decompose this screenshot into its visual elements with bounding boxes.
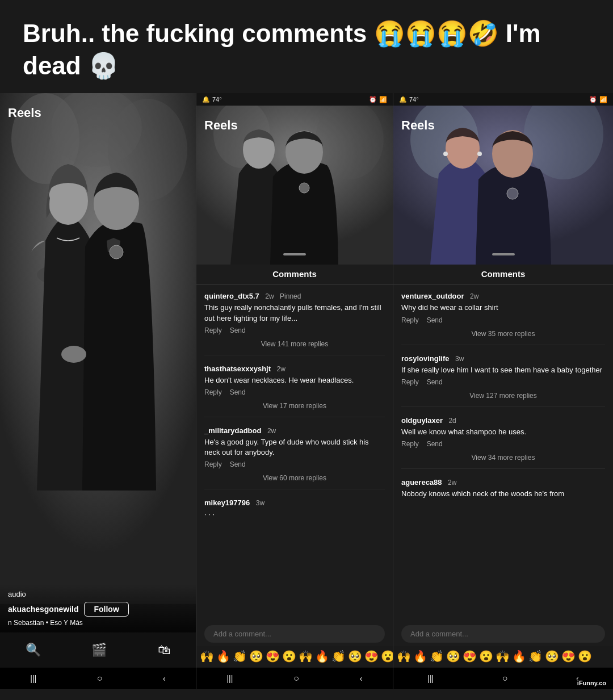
- p3-emoji-wow-2[interactable]: 😮: [578, 649, 592, 663]
- comment3-text: He's a good guy. Type of dude who would …: [204, 437, 385, 458]
- comment2-text: He don't wear necklaces. He wear headlac…: [204, 375, 385, 385]
- comment3-reply-btn[interactable]: Reply: [204, 460, 222, 468]
- p3-comment2-send-btn[interactable]: Send: [427, 378, 443, 386]
- phone1-search-icon[interactable]: 🔍: [26, 643, 41, 657]
- p3-emoji-clap[interactable]: 👏: [430, 649, 444, 663]
- phone3-wifi-icon: 📶: [599, 96, 607, 103]
- emoji-wow[interactable]: 😮: [282, 649, 296, 663]
- p3-comment1-reply-btn[interactable]: Reply: [401, 316, 419, 324]
- phone3-home-icon[interactable]: ○: [502, 673, 508, 684]
- p3-comment1-send-btn[interactable]: Send: [427, 316, 443, 324]
- emoji-clap[interactable]: 👏: [233, 649, 247, 663]
- comment1-reply-btn[interactable]: Reply: [204, 326, 222, 334]
- svg-point-22: [507, 188, 518, 199]
- p3-comment1-actions: Reply Send: [401, 316, 605, 324]
- emoji-fire[interactable]: 🔥: [216, 649, 230, 663]
- comment1-send-btn[interactable]: Send: [230, 326, 246, 334]
- comment3-view-more[interactable]: View 60 more replies: [196, 471, 393, 487]
- phone3-comments-title: Comments: [393, 265, 613, 285]
- emoji-heart-eyes-2[interactable]: 😍: [364, 649, 379, 663]
- p3-emoji-pleading-2[interactable]: 🥺: [545, 649, 559, 663]
- phone-2: 🔔 74° ⏰ 📶 Reels: [196, 93, 393, 689]
- p3-divider1: [401, 345, 605, 345]
- p3-emoji-heart-eyes-2[interactable]: 😍: [561, 649, 576, 663]
- phone3-comments-section: Comments venturex_outdoor 2w Why did he …: [393, 265, 613, 501]
- phone3-add-comment-bar: [393, 622, 613, 646]
- p3-emoji-clap-2[interactable]: 👏: [528, 649, 543, 663]
- phone3-notify-icon: 🔔: [399, 96, 407, 103]
- comment3-username: _militarydadbod: [204, 426, 261, 435]
- p3-comment1-username: venturex_outdoor: [401, 292, 464, 300]
- emoji-pleading-2[interactable]: 🥺: [348, 649, 362, 663]
- phone2-home-icon[interactable]: ○: [293, 673, 299, 684]
- emoji-raised-hands[interactable]: 🙌: [200, 649, 214, 663]
- phone3-reels-label: Reels: [401, 118, 435, 133]
- phone2-comment-input[interactable]: [204, 625, 385, 643]
- emoji-pleading[interactable]: 🥺: [249, 649, 263, 663]
- phone2-emoji-bar: 🙌 🔥 👏 🥺 😍 😮 🙌 🔥 👏 🥺 😍 😮: [196, 644, 393, 668]
- phone1-reels-icon[interactable]: 🎬: [91, 643, 107, 657]
- p3-emoji-raised-hands-2[interactable]: 🙌: [496, 649, 510, 663]
- phone1-shop-icon[interactable]: 🛍: [158, 643, 170, 657]
- phone-3: 🔔 74° ⏰ 📶 Reels: [393, 93, 613, 689]
- p3-divider2: [401, 406, 605, 407]
- p3-emoji-fire-2[interactable]: 🔥: [512, 649, 526, 663]
- comment3-send-btn[interactable]: Send: [230, 460, 246, 468]
- phone1-android-nav: ||| ○ ‹: [0, 668, 196, 689]
- comment-item: oldguylaxer 2d Well we know what shampoo…: [393, 409, 613, 450]
- phone3-menu-icon[interactable]: |||: [427, 674, 434, 683]
- p3-emoji-wow[interactable]: 😮: [479, 649, 493, 663]
- comment-item: quintero_dtx5.7 2w Pinned This guy reall…: [196, 285, 393, 336]
- phone2-reels-label: Reels: [204, 118, 238, 133]
- comment2-reply-btn[interactable]: Reply: [204, 388, 222, 396]
- comment-item: thasthatsexxxyshjt 2w He don't wear neck…: [196, 358, 393, 399]
- comment-item: rosylovinglife 3w If she really love him…: [393, 347, 613, 388]
- phone3-comment-input[interactable]: [401, 625, 605, 643]
- comment2-view-more[interactable]: View 17 more replies: [196, 399, 393, 414]
- ifunny-watermark: iFunny.co: [575, 679, 608, 687]
- phone1-menu-icon[interactable]: |||: [30, 674, 36, 683]
- emoji-wow-2[interactable]: 😮: [381, 649, 393, 663]
- p3-comment1-view-more[interactable]: View 35 more replies: [393, 326, 613, 342]
- phone3-alarm-icon: ⏰: [589, 96, 597, 103]
- emoji-heart-eyes[interactable]: 😍: [266, 649, 280, 663]
- p3-comment3-reply-btn[interactable]: Reply: [401, 440, 419, 448]
- p3-emoji-pleading[interactable]: 🥺: [446, 649, 460, 663]
- phone2-add-comment-bar: [196, 622, 393, 646]
- p3-emoji-heart-eyes[interactable]: 😍: [463, 649, 477, 663]
- emoji-raised-hands-2[interactable]: 🙌: [299, 649, 313, 663]
- phone1-couple-photo: [0, 93, 196, 604]
- p3-comment3-send-btn[interactable]: Send: [427, 440, 443, 448]
- p3-emoji-raised-hands[interactable]: 🙌: [397, 649, 411, 663]
- p3-comment2-view-more[interactable]: View 127 more replies: [393, 388, 613, 404]
- phone3-emoji-bar: 🙌 🔥 👏 🥺 😍 😮 🙌 🔥 👏 🥺 😍 😮: [393, 644, 613, 668]
- p3-comment3-view-more[interactable]: View 34 more replies: [393, 450, 613, 466]
- phone3-status-bar: 🔔 74° ⏰ 📶: [393, 93, 613, 106]
- comment2-send-btn[interactable]: Send: [230, 388, 246, 396]
- p3-comment2-reply-btn[interactable]: Reply: [401, 378, 419, 386]
- emoji-clap-2[interactable]: 👏: [331, 649, 346, 663]
- divider2: [204, 417, 385, 417]
- emoji-fire-2[interactable]: 🔥: [315, 649, 329, 663]
- phone1-home-icon[interactable]: ○: [97, 673, 103, 684]
- phone1-song-label: n Sebastian • Eso Y Más: [8, 619, 188, 627]
- phone1-back-icon[interactable]: ‹: [163, 674, 166, 683]
- divider3: [204, 489, 385, 489]
- comment-item: mikey197796 3w · · ·: [196, 492, 393, 522]
- phone2-reel-thumbnail: Reels: [196, 106, 393, 265]
- p3-emoji-fire[interactable]: 🔥: [413, 649, 427, 663]
- svg-point-19: [443, 152, 448, 156]
- svg-point-14: [299, 183, 309, 193]
- comment2-username: thasthatsexxxyshjt: [204, 364, 271, 373]
- phone2-menu-icon[interactable]: |||: [226, 674, 233, 683]
- p3-comment3-actions: Reply Send: [401, 440, 605, 448]
- phone2-temp: 74°: [212, 96, 222, 103]
- p3-comment2-actions: Reply Send: [401, 378, 605, 386]
- p3-comment3-text: Well we know what shampoo he uses.: [401, 427, 605, 437]
- p3-comment2-username: rosylovinglife: [401, 354, 450, 363]
- phone1-follow-button[interactable]: Follow: [84, 602, 128, 617]
- divider1: [204, 355, 385, 355]
- comment1-view-more[interactable]: View 141 more replies: [196, 337, 393, 353]
- p3-comment4-username: aguereca88: [401, 478, 442, 487]
- phone2-back-icon[interactable]: ‹: [360, 674, 363, 683]
